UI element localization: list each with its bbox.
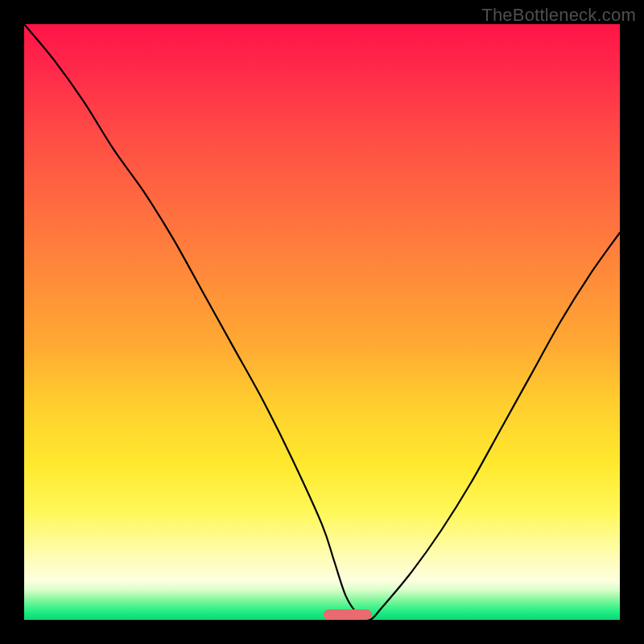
bottleneck-curve [24, 24, 620, 620]
chart-frame: TheBottleneck.com [0, 0, 644, 644]
watermark-text: TheBottleneck.com [481, 5, 636, 26]
optimal-range-marker [324, 609, 372, 620]
plot-area [24, 24, 620, 620]
